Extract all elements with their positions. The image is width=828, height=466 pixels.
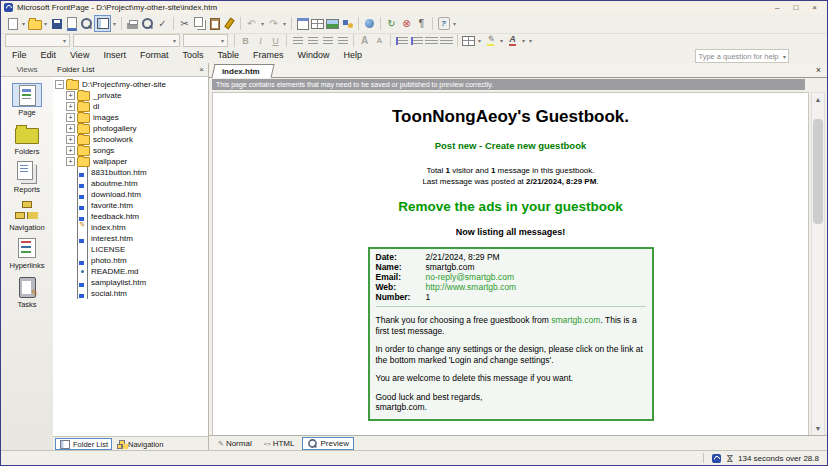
insert-table-button[interactable] [310,16,325,31]
maximize-button[interactable]: □ [793,3,798,12]
folder-list-close-icon[interactable]: × [199,65,204,74]
highlight-dropdown[interactable]: ▾ [498,37,505,44]
menu-edit[interactable]: Edit [34,48,64,63]
view-reports[interactable]: Reports [1,160,53,194]
tab-folder-list[interactable]: Folder List [55,438,112,450]
menu-insert[interactable]: Insert [96,48,133,63]
decrease-indent-button[interactable] [424,33,439,48]
tab-navigation[interactable]: Navigation [114,438,166,450]
expand-icon[interactable]: + [66,124,75,133]
spelling-button[interactable]: ✓ [155,16,170,31]
tree-folder[interactable]: +photogallery [55,123,207,134]
paste-button[interactable] [207,16,222,31]
underline-button[interactable]: U [268,33,283,48]
scroll-down-icon[interactable]: ▼ [812,422,824,435]
menu-file[interactable]: File [5,48,34,63]
tab-normal[interactable]: ✎Normal [214,437,256,450]
borders-button[interactable] [461,33,476,48]
borders-dropdown[interactable]: ▾ [476,37,483,44]
save-button[interactable] [49,16,64,31]
align-center-button[interactable] [305,33,320,48]
copy-button[interactable] [192,16,207,31]
search-button[interactable] [79,16,94,31]
tree-root[interactable]: − D:\Project\my-other-site [55,79,207,90]
tab-html[interactable]: <>HTML [260,437,299,450]
tree-file[interactable]: social.htm [55,288,207,299]
hyperlink-button[interactable] [362,16,377,31]
decrease-font-button[interactable]: A [372,33,387,48]
print-preview-button[interactable] [140,16,155,31]
create-new-guestbook-link[interactable]: Create new guestbook [485,140,586,151]
toolbar-options-button[interactable]: ▾ [451,20,458,27]
tree-file[interactable]: samplaylist.htm [55,277,207,288]
undo-button[interactable]: ↶ [244,16,259,31]
expand-icon[interactable]: + [66,135,75,144]
align-justify-button[interactable] [335,33,350,48]
menu-frames[interactable]: Frames [246,48,291,63]
web-component-button[interactable] [295,16,310,31]
close-button[interactable]: × [812,3,817,12]
redo-dropdown[interactable]: ▾ [281,20,288,27]
minimize-button[interactable]: – [775,3,779,12]
smartgb-link[interactable]: smartgb.com [551,315,600,325]
menu-view[interactable]: View [63,48,96,63]
font-select[interactable]: ▾ [73,34,180,47]
scrollbar-thumb[interactable] [813,119,823,224]
formatting-options-button[interactable]: ▾ [527,37,534,44]
menu-window[interactable]: Window [290,48,336,63]
tree-folder[interactable]: +schoolwork [55,134,207,145]
help-question-dropdown[interactable]: ▾ [781,53,788,60]
menu-format[interactable]: Format [133,48,176,63]
tree-folder[interactable]: +songs [55,145,207,156]
expand-icon[interactable]: + [66,146,75,155]
expand-icon[interactable]: + [66,113,75,122]
message-web-link[interactable]: http://www.smartgb.com [426,282,517,292]
menu-tools[interactable]: Tools [175,48,210,63]
toggle-pane-button[interactable] [94,15,111,32]
insert-picture-button[interactable] [325,16,340,31]
tree-folder[interactable]: +images [55,112,207,123]
expand-icon[interactable]: + [66,157,75,166]
tree-folder[interactable]: +_private [55,90,207,101]
new-page-dropdown[interactable]: ▾ [20,20,27,27]
tab-preview[interactable]: Preview [302,437,353,450]
view-folders[interactable]: Folders [1,122,53,156]
view-navigation[interactable]: Navigation [1,198,53,232]
increase-indent-button[interactable] [439,33,454,48]
menu-help[interactable]: Help [336,48,369,63]
collapse-icon[interactable]: − [55,80,64,89]
bold-button[interactable]: B [238,33,253,48]
align-right-button[interactable] [320,33,335,48]
remove-ads-link[interactable]: Remove the ads in your guestbook [213,199,808,214]
tree-file[interactable]: download.htm [55,189,207,200]
font-color-button[interactable]: A [505,33,520,48]
font-color-dropdown[interactable]: ▾ [520,37,527,44]
tree-folder[interactable]: +wallpaper [55,156,207,167]
bullet-list-button[interactable] [409,33,424,48]
vertical-scrollbar[interactable]: ▲ ▼ [811,92,825,436]
tree-file[interactable]: interest.htm [55,233,207,244]
view-tasks[interactable]: Tasks [1,275,53,309]
print-button[interactable] [125,16,140,31]
tree-file[interactable]: favorite.htm [55,200,207,211]
drawing-button[interactable] [340,16,355,31]
stop-button[interactable]: ⊗ [399,16,414,31]
align-left-button[interactable] [290,33,305,48]
tree-file[interactable]: photo.htm [55,255,207,266]
italic-button[interactable]: I [253,33,268,48]
numbered-list-button[interactable] [394,33,409,48]
tree-file[interactable]: feedback.htm [55,211,207,222]
font-size-select[interactable]: ▾ [183,34,228,47]
undo-dropdown[interactable]: ▾ [259,20,266,27]
format-painter-button[interactable] [222,16,237,31]
tree-folder[interactable]: +dl [55,101,207,112]
document-close-icon[interactable]: × [816,65,821,75]
increase-font-button[interactable]: A [357,33,372,48]
expand-icon[interactable]: + [66,102,75,111]
highlight-color-button[interactable]: ✎ [483,33,498,48]
tree-file[interactable]: 8831button.htm [55,167,207,178]
scroll-up-icon[interactable]: ▲ [812,93,824,106]
help-question-input[interactable]: Type a question for help ▾ [695,49,789,63]
expand-icon[interactable]: + [66,91,75,100]
menu-table[interactable]: Table [210,48,246,63]
